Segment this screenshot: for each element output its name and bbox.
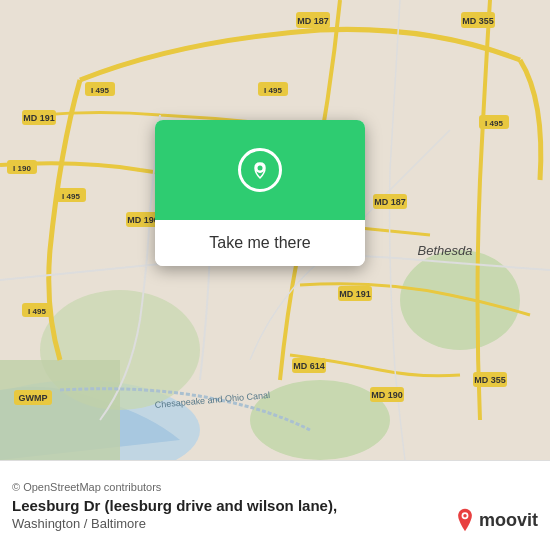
- svg-text:MD 355: MD 355: [474, 375, 506, 385]
- svg-text:MD 355: MD 355: [462, 16, 494, 26]
- svg-text:I 495: I 495: [91, 86, 109, 95]
- svg-text:GWMP: GWMP: [19, 393, 48, 403]
- svg-text:I 495: I 495: [264, 86, 282, 95]
- location-pin-icon: [238, 148, 282, 192]
- svg-text:MD 190: MD 190: [371, 390, 403, 400]
- svg-text:Bethesda: Bethesda: [418, 243, 473, 258]
- map-attribution: © OpenStreetMap contributors: [12, 481, 538, 493]
- popup-header: [155, 120, 365, 220]
- svg-text:MD 614: MD 614: [293, 361, 325, 371]
- svg-text:I 495: I 495: [28, 307, 46, 316]
- moovit-brand-label: moovit: [479, 510, 538, 531]
- moovit-pin-icon: [455, 508, 475, 532]
- moovit-logo: moovit: [455, 508, 538, 532]
- location-popup: Take me there: [155, 120, 365, 266]
- svg-text:I 495: I 495: [62, 192, 80, 201]
- take-me-there-button[interactable]: Take me there: [155, 220, 365, 266]
- svg-rect-4: [0, 360, 120, 460]
- svg-point-43: [258, 166, 263, 171]
- svg-text:MD 187: MD 187: [374, 197, 406, 207]
- svg-point-2: [400, 250, 520, 350]
- svg-text:I 495: I 495: [485, 119, 503, 128]
- svg-point-5: [250, 380, 390, 460]
- map-container: MD 187 MD 355 I 495 I 495 I 495 MD 191 I…: [0, 0, 550, 460]
- svg-point-45: [463, 514, 466, 517]
- svg-text:MD 191: MD 191: [339, 289, 371, 299]
- svg-text:I 190: I 190: [13, 164, 31, 173]
- svg-text:MD 191: MD 191: [23, 113, 55, 123]
- bottom-info-bar: © OpenStreetMap contributors Leesburg Dr…: [0, 460, 550, 550]
- svg-text:MD 187: MD 187: [297, 16, 329, 26]
